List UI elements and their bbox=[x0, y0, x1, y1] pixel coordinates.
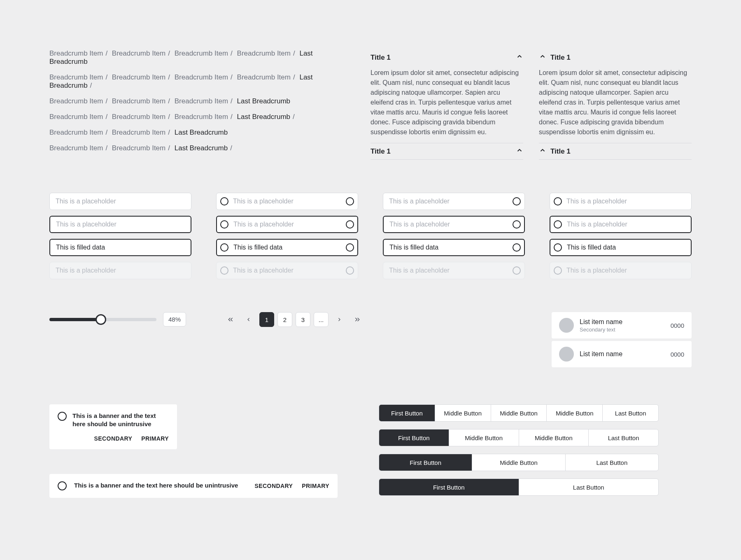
circle-icon bbox=[346, 243, 354, 252]
pagination-prev-button[interactable] bbox=[241, 312, 256, 327]
accordion-left-chevron: Title 1 Lorem ipsum dolor sit amet, cons… bbox=[539, 49, 692, 160]
pagination-next-button[interactable] bbox=[332, 312, 347, 327]
first-button[interactable]: First Button bbox=[379, 479, 519, 495]
chevron-up-icon bbox=[516, 147, 523, 156]
list-item[interactable]: List item name Secondary text 0000 bbox=[552, 312, 692, 338]
banner-text: This is a banner and the text here shoul… bbox=[72, 412, 169, 429]
banner: This is a banner and the text here shoul… bbox=[49, 404, 177, 449]
text-input-filled bbox=[49, 239, 191, 256]
chevron-up-icon bbox=[539, 147, 546, 156]
button-group: First Button Last Button bbox=[379, 478, 659, 496]
text-input[interactable] bbox=[49, 216, 191, 233]
list-item-name: List item name bbox=[580, 350, 665, 358]
pagination-last-button[interactable] bbox=[350, 312, 365, 327]
middle-button[interactable]: Middle Button bbox=[435, 405, 491, 421]
text-input[interactable] bbox=[550, 193, 692, 210]
circle-icon bbox=[513, 197, 521, 205]
text-input bbox=[550, 262, 692, 279]
circle-icon bbox=[220, 220, 228, 229]
button-group: First Button Middle Button Middle Button… bbox=[379, 404, 659, 422]
pagination: 1 2 3 ... bbox=[223, 312, 365, 327]
first-button[interactable]: First Button bbox=[379, 429, 449, 446]
button-group: First Button Middle Button Last Button bbox=[379, 454, 659, 471]
circle-icon bbox=[58, 412, 67, 421]
circle-icon bbox=[346, 220, 354, 229]
text-input-default bbox=[49, 193, 191, 210]
slider-track[interactable] bbox=[49, 318, 156, 321]
text-input[interactable] bbox=[383, 239, 525, 256]
text-input[interactable] bbox=[550, 239, 692, 256]
banner: This is a banner and the text here shoul… bbox=[49, 474, 338, 498]
text-input-focused bbox=[49, 216, 191, 233]
chevron-up-icon bbox=[516, 53, 523, 62]
middle-button[interactable]: Middle Button bbox=[472, 454, 565, 471]
text-input-filled bbox=[550, 239, 692, 256]
text-input bbox=[383, 262, 525, 279]
list-item[interactable]: List item name 0000 bbox=[552, 341, 692, 367]
secondary-button[interactable]: SECONDARY bbox=[94, 435, 133, 442]
slider-fill bbox=[49, 318, 101, 321]
text-input[interactable] bbox=[49, 239, 191, 256]
circle-icon bbox=[554, 220, 562, 229]
first-button[interactable]: First Button bbox=[379, 405, 435, 421]
text-input[interactable] bbox=[49, 193, 191, 210]
text-input-focused bbox=[550, 216, 692, 233]
breadcrumb-examples: Breadcrumb Item/ Breadcrumb Item/ Breadc… bbox=[49, 49, 346, 160]
secondary-button[interactable]: SECONDARY bbox=[255, 483, 293, 489]
avatar bbox=[559, 318, 574, 333]
breadcrumb: Breadcrumb Item/ Breadcrumb Item/ Last B… bbox=[49, 128, 346, 137]
slider-thumb[interactable] bbox=[96, 314, 106, 325]
avatar bbox=[559, 347, 574, 362]
last-button[interactable]: Last Button bbox=[566, 454, 658, 471]
pagination-first-button[interactable] bbox=[223, 312, 238, 327]
last-button[interactable]: Last Button bbox=[603, 405, 658, 421]
text-input-disabled bbox=[550, 262, 692, 279]
circle-icon bbox=[554, 243, 562, 252]
pagination-page[interactable]: 3 bbox=[296, 312, 310, 327]
text-input-default bbox=[383, 193, 525, 210]
last-button[interactable]: Last Button bbox=[589, 429, 658, 446]
text-input-focused bbox=[216, 216, 358, 233]
breadcrumb: Breadcrumb Item/ Breadcrumb Item/ Breadc… bbox=[49, 97, 346, 105]
middle-button[interactable]: Middle Button bbox=[519, 429, 589, 446]
pagination-page[interactable]: 1 bbox=[259, 312, 274, 327]
circle-icon bbox=[554, 197, 562, 205]
slider: 48% bbox=[49, 312, 186, 327]
slider-value: 48% bbox=[163, 312, 186, 327]
text-input[interactable] bbox=[216, 239, 358, 256]
text-input-focused bbox=[383, 216, 525, 233]
middle-button[interactable]: Middle Button bbox=[547, 405, 603, 421]
middle-button[interactable]: Middle Button bbox=[491, 405, 547, 421]
text-input-disabled bbox=[49, 262, 191, 279]
list-item-value: 0000 bbox=[671, 322, 684, 329]
segmented-button-groups: First Button Middle Button Middle Button… bbox=[379, 404, 692, 498]
text-input[interactable] bbox=[550, 216, 692, 233]
pagination-page[interactable]: 2 bbox=[277, 312, 292, 327]
accordion-right-chevron: Title 1 Lorem ipsum dolor sit amet, cons… bbox=[370, 49, 523, 160]
text-input[interactable] bbox=[383, 216, 525, 233]
breadcrumb: Breadcrumb Item/ Breadcrumb Item/ Breadc… bbox=[49, 73, 346, 90]
last-button[interactable]: Last Button bbox=[519, 479, 659, 495]
text-input[interactable] bbox=[216, 193, 358, 210]
breadcrumb: Breadcrumb Item/ Breadcrumb Item/ Last B… bbox=[49, 144, 346, 152]
accordion-header[interactable]: Title 1 bbox=[370, 143, 523, 159]
primary-button[interactable]: PRIMARY bbox=[302, 483, 329, 489]
accordion-header[interactable]: Title 1 bbox=[370, 49, 523, 65]
circle-icon bbox=[346, 266, 354, 275]
button-group: First Button Middle Button Middle Button… bbox=[379, 429, 659, 446]
circle-icon bbox=[220, 266, 228, 275]
middle-button[interactable]: Middle Button bbox=[449, 429, 519, 446]
text-input[interactable] bbox=[383, 193, 525, 210]
accordion-header[interactable]: Title 1 bbox=[539, 49, 692, 65]
circle-icon bbox=[58, 481, 67, 490]
breadcrumb: Breadcrumb Item/ Breadcrumb Item/ Breadc… bbox=[49, 49, 346, 66]
text-input-default bbox=[550, 193, 692, 210]
primary-button[interactable]: PRIMARY bbox=[141, 435, 169, 442]
list: List item name Secondary text 0000 List … bbox=[552, 312, 692, 367]
circle-icon bbox=[513, 266, 521, 275]
first-button[interactable]: First Button bbox=[379, 454, 472, 471]
accordion-header[interactable]: Title 1 bbox=[539, 143, 692, 159]
text-input bbox=[49, 262, 191, 279]
text-input-filled bbox=[216, 239, 358, 256]
text-input[interactable] bbox=[216, 216, 358, 233]
